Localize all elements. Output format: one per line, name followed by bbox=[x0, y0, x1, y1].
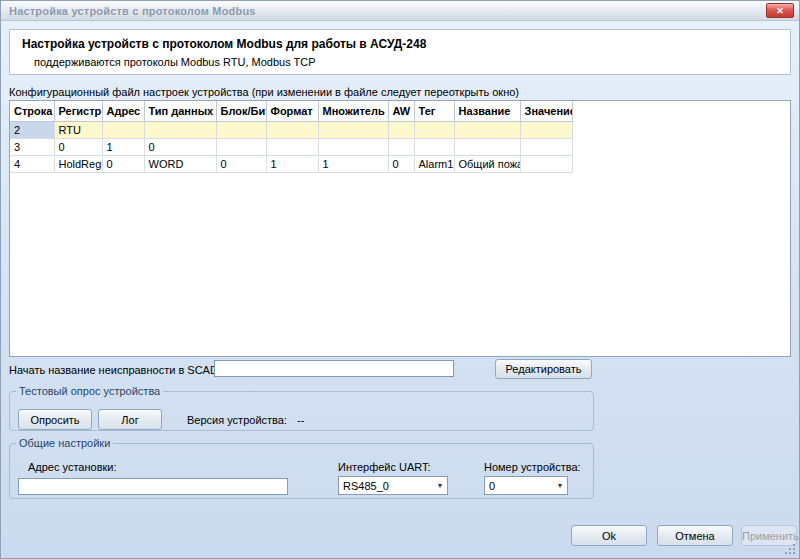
chevron-down-icon: ▼ bbox=[553, 482, 567, 489]
grid-cell[interactable] bbox=[520, 155, 572, 172]
grid-cell[interactable] bbox=[216, 138, 266, 155]
grid-cell[interactable]: 1 bbox=[266, 155, 318, 172]
column-header[interactable]: Строка bbox=[10, 101, 54, 121]
grid-cell[interactable] bbox=[144, 121, 216, 138]
grid-cell[interactable] bbox=[520, 121, 572, 138]
device-number-label: Номер устройства: bbox=[484, 461, 581, 473]
grid-cell[interactable]: HoldReg bbox=[54, 155, 102, 172]
test-poll-group: Тестовый опрос устройства Опросить Лог В… bbox=[9, 385, 594, 431]
grid-cell[interactable]: 2 bbox=[10, 121, 54, 138]
grid-cell[interactable]: 1 bbox=[318, 155, 388, 172]
grid-cell[interactable] bbox=[266, 138, 318, 155]
header-subtitle: поддерживаются протоколы Modbus RTU, Mod… bbox=[34, 56, 316, 68]
grid-cell[interactable] bbox=[216, 121, 266, 138]
uart-interface-label: Интерфейс UART: bbox=[338, 461, 431, 473]
grid-cell[interactable]: Alarm1 bbox=[414, 155, 454, 172]
test-poll-group-title: Тестовый опрос устройства bbox=[16, 385, 163, 397]
install-address-label: Адрес установки: bbox=[28, 461, 117, 473]
grid-cell[interactable]: 0 bbox=[144, 138, 216, 155]
poll-button[interactable]: Опросить bbox=[18, 409, 92, 430]
config-grid: Строка Регистр Адрес Тип данных Блок/Бит… bbox=[10, 101, 573, 173]
header-panel: Настройка устройств с протоколом Modbus … bbox=[9, 29, 791, 75]
general-settings-group: Общие настройки Адрес установки: Интерфе… bbox=[9, 437, 594, 499]
titlebar[interactable]: Настройка устройств с протоколом Modbus … bbox=[1, 1, 799, 21]
grid-row[interactable]: 2 RTU bbox=[10, 121, 572, 138]
grid-cell[interactable] bbox=[414, 138, 454, 155]
grid-panel: Строка Регистр Адрес Тип данных Блок/Бит… bbox=[9, 100, 791, 357]
device-version: Версия устройства:-- bbox=[187, 414, 304, 426]
scada-prefix-label: Начать название неисправности в SCADA с bbox=[9, 364, 233, 376]
grid-cell[interactable] bbox=[388, 121, 414, 138]
column-header[interactable]: Значение bbox=[520, 101, 572, 121]
config-file-label: Конфигурационный файл настроек устройств… bbox=[9, 86, 519, 98]
grid-cell[interactable] bbox=[414, 121, 454, 138]
close-icon: ✕ bbox=[776, 6, 784, 16]
column-header[interactable]: Регистр bbox=[54, 101, 102, 121]
grid-cell[interactable] bbox=[318, 121, 388, 138]
install-address-input[interactable] bbox=[18, 478, 288, 495]
device-number-combo[interactable]: 0 ▼ bbox=[484, 476, 568, 495]
grid-cell[interactable]: 3 bbox=[10, 138, 54, 155]
grid-cell[interactable] bbox=[454, 138, 520, 155]
grid-cell[interactable]: WORD bbox=[144, 155, 216, 172]
ok-button[interactable]: Ok bbox=[571, 525, 647, 546]
grid-cell[interactable]: Общий пожар bbox=[454, 155, 520, 172]
resize-grip-icon[interactable] bbox=[784, 543, 797, 556]
column-header[interactable]: Название bbox=[454, 101, 520, 121]
grid-cell[interactable] bbox=[102, 121, 144, 138]
grid-row[interactable]: 4 HoldReg 0 WORD 0 1 1 0 Alarm1 Общий по… bbox=[10, 155, 572, 172]
grid-cell[interactable]: 0 bbox=[388, 155, 414, 172]
grid-row[interactable]: 3 0 1 0 bbox=[10, 138, 572, 155]
modbus-settings-window: Настройка устройств с протоколом Modbus … bbox=[0, 0, 800, 559]
column-header[interactable]: Тег bbox=[414, 101, 454, 121]
edit-button[interactable]: Редактировать bbox=[495, 359, 592, 379]
chevron-down-icon: ▼ bbox=[433, 482, 447, 489]
grid-cell[interactable] bbox=[318, 138, 388, 155]
column-header[interactable]: Адрес bbox=[102, 101, 144, 121]
log-button[interactable]: Лог bbox=[98, 409, 162, 430]
column-header[interactable]: Блок/Бит bbox=[216, 101, 266, 121]
device-version-label: Версия устройства: bbox=[187, 414, 287, 426]
grid-header-row: Строка Регистр Адрес Тип данных Блок/Бит… bbox=[10, 101, 572, 121]
uart-interface-value: RS485_0 bbox=[343, 480, 433, 492]
grid-cell[interactable]: 0 bbox=[102, 155, 144, 172]
column-header[interactable]: Множитель bbox=[318, 101, 388, 121]
window-title: Настройка устройств с протоколом Modbus bbox=[9, 5, 256, 17]
general-settings-group-title: Общие настройки bbox=[16, 437, 113, 449]
grid-cell[interactable] bbox=[388, 138, 414, 155]
column-header[interactable]: Формат bbox=[266, 101, 318, 121]
device-version-value: -- bbox=[297, 414, 304, 426]
grid-cell[interactable] bbox=[454, 121, 520, 138]
grid-cell[interactable]: 1 bbox=[102, 138, 144, 155]
device-number-value: 0 bbox=[489, 480, 553, 492]
grid-cell[interactable] bbox=[520, 138, 572, 155]
grid-cell[interactable]: 0 bbox=[216, 155, 266, 172]
scada-prefix-input[interactable] bbox=[214, 360, 454, 377]
grid-cell[interactable]: 0 bbox=[54, 138, 102, 155]
grid-cell[interactable]: 4 bbox=[10, 155, 54, 172]
column-header[interactable]: AW bbox=[388, 101, 414, 121]
close-button[interactable]: ✕ bbox=[766, 3, 794, 18]
grid-cell[interactable]: RTU bbox=[54, 121, 102, 138]
cancel-button[interactable]: Отмена bbox=[657, 525, 733, 546]
uart-interface-combo[interactable]: RS485_0 ▼ bbox=[338, 476, 448, 495]
column-header[interactable]: Тип данных bbox=[144, 101, 216, 121]
grid-cell[interactable] bbox=[266, 121, 318, 138]
header-title: Настройка устройств с протоколом Modbus … bbox=[22, 37, 426, 51]
